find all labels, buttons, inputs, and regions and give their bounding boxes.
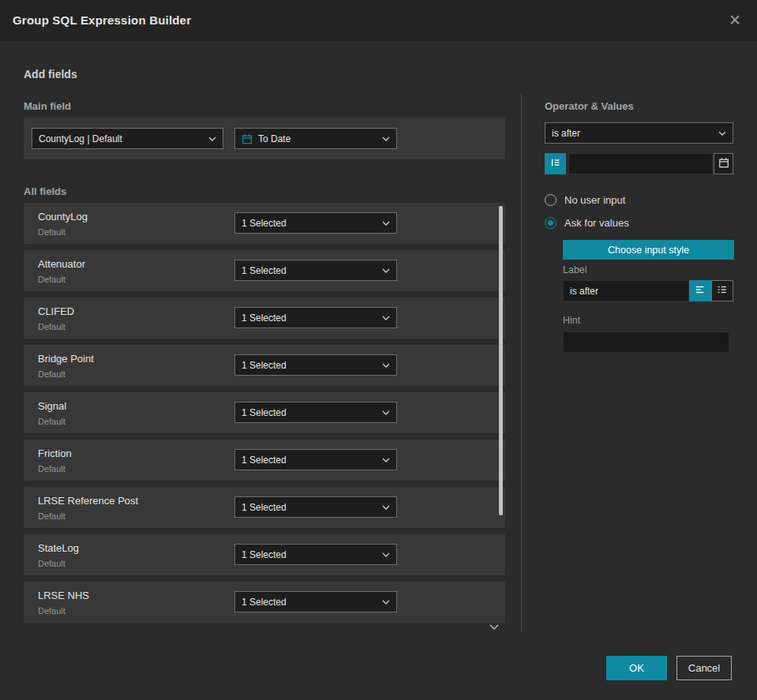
field-subtitle: Default	[38, 227, 66, 237]
chevron-down-icon	[382, 600, 390, 605]
field-name: LRSE NHS	[38, 590, 89, 601]
field-values-select[interactable]: 1 Selected	[234, 402, 397, 423]
field-name: CLIFED	[38, 305, 74, 317]
main-field-panel: CountyLog | Default To Date	[24, 118, 505, 159]
radio-selected-icon	[545, 217, 557, 229]
field-row: CountyLog Default 1 Selected	[24, 203, 505, 244]
field-subtitle: Default	[38, 275, 66, 284]
scroll-down-icon[interactable]	[489, 620, 499, 634]
chevron-down-icon	[382, 552, 390, 557]
bullet-list-icon	[717, 284, 728, 298]
field-values-select-value: 1 Selected	[242, 360, 377, 371]
calendar-icon	[242, 133, 253, 144]
field-values-select[interactable]: 1 Selected	[234, 260, 397, 281]
label-field-label: Label	[563, 264, 587, 275]
dialog-header: Group SQL Expression Builder ✕	[0, 0, 757, 41]
radio-no-user-input[interactable]: No user input	[545, 194, 625, 206]
field-name: StateLog	[38, 542, 79, 554]
group-sql-expression-builder-dialog: Group SQL Expression Builder ✕ Add field…	[0, 0, 757, 700]
field-name: Attenuator	[38, 258, 85, 270]
main-field-select[interactable]: CountyLog | Default	[32, 128, 223, 149]
chevron-down-icon	[382, 221, 390, 226]
field-values-select-value: 1 Selected	[242, 455, 377, 466]
list-scrollbar[interactable]	[499, 206, 503, 515]
field-name: LRSE Reference Post	[38, 495, 138, 507]
chevron-down-icon	[382, 268, 390, 273]
hint-field-label: Hint	[563, 315, 580, 326]
field-row: Attenuator Default 1 Selected	[24, 250, 505, 291]
operator-select[interactable]: is after	[545, 122, 733, 144]
main-field-select-value: CountyLog | Default	[39, 133, 203, 144]
text-input-style-button[interactable]	[689, 280, 711, 301]
text-lines-icon	[695, 284, 706, 298]
field-subtitle: Default	[38, 559, 66, 568]
field-values-select-value: 1 Selected	[242, 218, 377, 229]
field-name: Friction	[38, 447, 72, 459]
unique-values-button[interactable]	[545, 153, 566, 174]
operator-values-label: Operator & Values	[545, 100, 634, 112]
field-subtitle: Default	[38, 322, 66, 331]
field-row: LRSE Reference Post Default 1 Selected	[24, 487, 505, 528]
radio-ask-for-values[interactable]: Ask for values	[545, 217, 629, 229]
radio-ask-for-values-label: Ask for values	[564, 217, 629, 229]
field-values-select[interactable]: 1 Selected	[234, 212, 397, 234]
field-name: Signal	[38, 400, 66, 412]
field-row: LRSE NHS Default 1 Selected	[24, 582, 505, 623]
main-field-label: Main field	[24, 100, 71, 112]
field-row: Signal Default 1 Selected	[24, 392, 505, 433]
field-subtitle: Default	[38, 369, 66, 379]
field-values-select-value: 1 Selected	[242, 549, 377, 560]
chevron-down-icon	[382, 363, 390, 368]
field-values-select-value: 1 Selected	[242, 313, 377, 324]
field-subtitle: Default	[38, 417, 66, 426]
radio-no-user-input-label: No user input	[564, 194, 625, 206]
chevron-down-icon	[382, 137, 390, 141]
chevron-down-icon	[382, 316, 390, 320]
chevron-down-icon	[718, 131, 726, 136]
field-values-select-value: 1 Selected	[242, 597, 377, 608]
field-values-select[interactable]: 1 Selected	[234, 591, 397, 612]
field-values-select[interactable]: 1 Selected	[234, 496, 397, 518]
field-values-select[interactable]: 1 Selected	[234, 354, 397, 376]
list-values-icon	[550, 157, 561, 171]
list-input-style-button[interactable]	[711, 280, 733, 301]
field-values-select[interactable]: 1 Selected	[234, 449, 397, 470]
dialog-title: Group SQL Expression Builder	[13, 13, 191, 27]
value-input[interactable]	[568, 153, 713, 174]
field-values-select[interactable]: 1 Selected	[234, 307, 397, 328]
date-field-select[interactable]: To Date	[234, 128, 397, 149]
column-divider	[521, 93, 522, 633]
chevron-down-icon	[208, 137, 216, 141]
add-fields-heading: Add fields	[24, 68, 77, 80]
date-field-select-value: To Date	[258, 133, 377, 144]
operator-select-value: is after	[552, 128, 713, 139]
hint-input[interactable]	[563, 331, 729, 353]
cancel-button[interactable]: Cancel	[676, 656, 732, 680]
field-values-select-value: 1 Selected	[242, 502, 377, 513]
field-values-select-value: 1 Selected	[242, 407, 377, 418]
field-row: StateLog Default 1 Selected	[24, 534, 505, 575]
label-input[interactable]	[563, 280, 689, 301]
field-values-select[interactable]: 1 Selected	[234, 544, 397, 565]
all-fields-label: All fields	[24, 185, 66, 197]
calendar-icon	[718, 157, 729, 171]
ok-button[interactable]: OK	[606, 656, 667, 680]
field-row: Bridge Point Default 1 Selected	[24, 345, 505, 386]
field-subtitle: Default	[38, 464, 66, 474]
radio-circle-icon	[545, 194, 557, 206]
all-fields-list: CountyLog Default 1 Selected Attenuator …	[24, 203, 505, 629]
field-name: CountyLog	[38, 211, 88, 223]
field-values-select-value: 1 Selected	[242, 265, 377, 276]
chevron-down-icon	[382, 410, 390, 415]
close-icon[interactable]: ✕	[729, 13, 741, 28]
choose-input-style-button[interactable]: Choose input style	[563, 240, 734, 260]
chevron-down-icon	[382, 505, 390, 510]
field-subtitle: Default	[38, 511, 66, 521]
chevron-down-icon	[382, 458, 390, 462]
field-row: CLIFED Default 1 Selected	[24, 298, 505, 339]
field-subtitle: Default	[38, 606, 66, 616]
field-row: Friction Default 1 Selected	[24, 440, 505, 481]
field-name: Bridge Point	[38, 353, 94, 365]
date-picker-button[interactable]	[714, 153, 733, 174]
